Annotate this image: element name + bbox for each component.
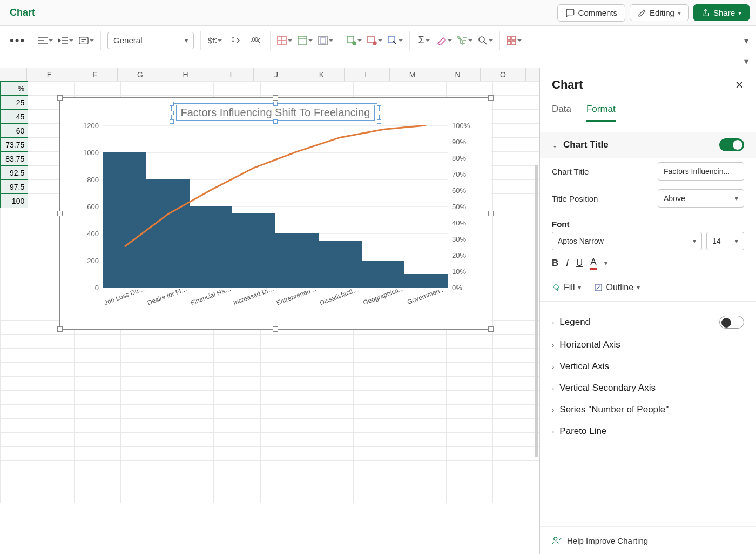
right-y-axis: 0%10%20%30%40%50%60%70%80%90%100% (450, 125, 478, 288)
tab-format[interactable]: Format (586, 98, 616, 122)
format-table-button[interactable] (298, 33, 313, 48)
col-header[interactable]: I (208, 68, 254, 81)
section-vertical-axis[interactable]: › Vertical Axis (552, 356, 744, 377)
addins-button[interactable] (507, 33, 522, 48)
share-button[interactable]: Share ▾ (693, 4, 750, 21)
autosum-button[interactable]: Σ (416, 33, 431, 48)
section-pareto-line[interactable]: › Pareto Line (552, 420, 744, 442)
section-label: Vertical Axis (559, 361, 609, 372)
increase-decimal-button[interactable]: .0 (228, 33, 243, 48)
svg-point-21 (479, 37, 484, 42)
chart-title-text: Factors Influencing Shift To Freelancing (176, 105, 375, 121)
section-legend[interactable]: › Legend (552, 310, 744, 334)
sort-filter-button[interactable] (457, 33, 473, 48)
chevron-down-icon: ▾ (637, 284, 640, 291)
insert-cells-button[interactable] (347, 33, 362, 48)
legend-toggle[interactable] (719, 316, 744, 329)
chevron-right-icon: › (552, 406, 554, 414)
vertical-scrollbar[interactable] (532, 68, 539, 554)
number-format-value: General (113, 36, 142, 45)
svg-text:.0: .0 (230, 37, 235, 43)
spreadsheet-grid[interactable]: E F G H I J K L M N O %25456073.7583.759… (0, 68, 540, 554)
section-secondary-axis[interactable]: › Vertical Secondary Axis (552, 377, 744, 399)
close-panel-button[interactable]: ✕ (735, 78, 744, 91)
col-D-partial[interactable] (0, 68, 27, 81)
section-label: Series "Number of People" (559, 404, 669, 415)
outline-button[interactable]: Outline▾ (594, 283, 640, 292)
wrap-text-button[interactable] (79, 33, 94, 48)
clear-button[interactable] (437, 33, 452, 48)
delete-cells-button[interactable] (367, 33, 382, 48)
chevron-down-icon: ▾ (738, 9, 741, 17)
cell-styles-button[interactable] (318, 33, 333, 48)
more-commands-button[interactable]: ••• (4, 34, 31, 48)
col-header[interactable]: O (481, 68, 526, 81)
svg-rect-15 (320, 38, 326, 43)
align-left-button[interactable] (38, 33, 53, 48)
tab-data[interactable]: Data (552, 98, 571, 122)
chart-title[interactable]: Factors Influencing Shift To Freelancing (60, 98, 491, 125)
col-header[interactable]: K (299, 68, 345, 81)
svg-point-28 (554, 537, 557, 540)
col-header[interactable]: N (435, 68, 481, 81)
chevron-down-icon: ▾ (735, 237, 738, 245)
chevron-right-icon: › (552, 363, 554, 371)
chevron-down-icon: ▾ (604, 259, 608, 267)
chart-title-toggle[interactable] (719, 138, 744, 151)
col-header[interactable]: E (27, 68, 72, 81)
chart-object[interactable]: Factors Influencing Shift To Freelancing… (59, 97, 491, 330)
font-size-select[interactable]: 14▾ (706, 232, 744, 250)
italic-button[interactable]: I (566, 258, 569, 269)
col-header[interactable]: J (254, 68, 299, 81)
chevron-right-icon: › (552, 384, 554, 392)
section-label: Horizontal Axis (559, 339, 620, 350)
comments-label: Comments (578, 8, 618, 17)
help-improve-link[interactable]: Help Improve Charting (540, 526, 756, 554)
underline-button[interactable]: U (576, 258, 583, 269)
col-header[interactable]: F (72, 68, 118, 81)
svg-rect-24 (512, 36, 516, 40)
comments-button[interactable]: Comments (557, 4, 626, 22)
section-horizontal-axis[interactable]: › Horizontal Axis (552, 334, 744, 356)
format-cells-button[interactable] (388, 33, 403, 48)
font-color-button[interactable]: A (590, 257, 596, 270)
conditional-format-button[interactable] (277, 33, 292, 48)
pencil-icon (638, 9, 646, 17)
currency-button[interactable]: $€ (207, 33, 222, 48)
bold-button[interactable]: B (552, 258, 558, 269)
left-y-axis: 020040060080010001200 (76, 125, 101, 288)
svg-rect-26 (512, 41, 516, 45)
document-title: Chart (10, 7, 35, 18)
col-header[interactable]: M (390, 68, 435, 81)
chevron-down-icon: ▾ (578, 284, 581, 291)
fill-button[interactable]: Fill▾ (552, 283, 581, 292)
bar-series[interactable] (103, 125, 448, 288)
number-format-select[interactable]: General ▾ (107, 32, 194, 49)
chevron-right-icon: › (552, 428, 554, 436)
outline-icon (594, 283, 603, 292)
col-header[interactable]: G (118, 68, 163, 81)
fill-icon (552, 283, 561, 292)
col-header[interactable]: L (345, 68, 390, 81)
chevron-down-icon: ⌄ (552, 141, 558, 149)
svg-text:.00: .00 (251, 37, 258, 43)
chevron-down-icon: ▾ (693, 237, 696, 245)
panel-title: Chart (552, 78, 583, 92)
indent-button[interactable] (58, 33, 73, 48)
title-position-select[interactable]: Above ▾ (658, 189, 744, 208)
plot-area[interactable]: 020040060080010001200 0%10%20%30%40%50%6… (103, 125, 448, 288)
section-series[interactable]: › Series "Number of People" (552, 399, 744, 420)
find-button[interactable] (478, 33, 493, 48)
column-headers: E F G H I J K L M N O (0, 68, 539, 81)
section-chart-title[interactable]: ⌄ Chart Title (540, 132, 756, 158)
decrease-decimal-button[interactable]: .00 (248, 33, 264, 48)
chart-title-input[interactable] (658, 162, 744, 181)
formula-bar-expand[interactable]: ▾ (0, 55, 756, 68)
col-header[interactable]: H (163, 68, 208, 81)
ribbon-collapse-button[interactable]: ▾ (744, 35, 748, 45)
feedback-icon (552, 536, 562, 545)
font-name-select[interactable]: Aptos Narrow▾ (552, 232, 702, 250)
editing-mode-button[interactable]: Editing ▾ (630, 4, 689, 21)
section-label: Legend (559, 317, 590, 328)
svg-rect-23 (507, 36, 511, 40)
